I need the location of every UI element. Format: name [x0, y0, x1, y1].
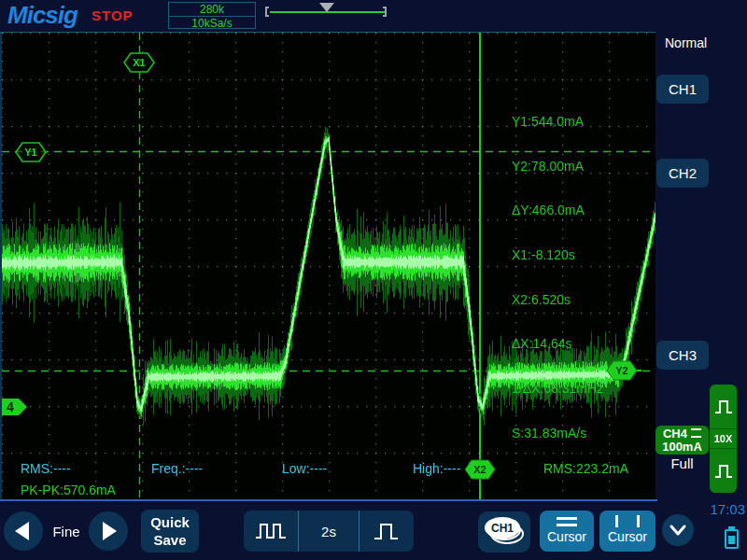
acquisition-mode-label: Normal [665, 35, 707, 50]
readout-x1: X1:-8.120s [512, 248, 603, 263]
readout-inv-dx: 1/ΔX:68.31mHz [512, 382, 603, 397]
meas-rms: RMS:---- [21, 461, 71, 476]
svg-text:4: 4 [7, 399, 14, 414]
ch3-button[interactable]: CH3 [656, 341, 709, 370]
memory-position-handle[interactable] [319, 3, 334, 12]
cursor-y1-marker[interactable]: Y1 [14, 141, 48, 163]
svg-text:X1: X1 [133, 57, 145, 68]
brand-logo: Micsig [7, 1, 78, 30]
scope-display-area[interactable]: Y1:544.0mA Y2:78.00mA ΔY:466.0mA X1:-8.1… [2, 33, 655, 499]
ch4-button[interactable]: CH4 100mA [655, 426, 709, 455]
right-arrow-icon [103, 522, 117, 540]
pulse-top-icon [710, 385, 737, 428]
cursor-x2-marker[interactable]: X2 [463, 458, 497, 481]
trigger-source-label: CH1 [485, 517, 520, 539]
readout-dx: ΔX:14.64s [512, 337, 603, 352]
sample-depth: 280k [169, 3, 255, 17]
ch4-label-row: CH4 [663, 427, 701, 441]
sample-info-box[interactable]: 280k 10kSa/s [168, 2, 256, 29]
dc-coupling-icon [691, 428, 701, 438]
readout-y2: Y2:78.00mA [512, 160, 603, 175]
collapse-menu-button[interactable] [662, 514, 694, 546]
zoom-in-timebase-button[interactable] [359, 511, 414, 552]
meas-freq: Freq.:---- [151, 461, 203, 476]
ch2-button[interactable]: CH2 [656, 159, 709, 188]
pulse-bottom-icon [710, 449, 737, 493]
fine-decrease-button[interactable] [4, 511, 43, 551]
trigger-source-button[interactable]: CH1 [478, 511, 530, 553]
timebase-control: 2s [244, 511, 414, 552]
meas-high: High:---- [413, 461, 460, 476]
cursor-y2-marker[interactable]: Y2 [605, 359, 642, 382]
channel4-ground-marker[interactable]: 4 [2, 398, 28, 416]
battery-icon [725, 526, 739, 551]
fine-label: Fine [47, 524, 86, 539]
svg-text:Y2: Y2 [615, 365, 627, 376]
single-pulse-icon [373, 519, 401, 543]
cursor-readout: Y1:544.0mA Y2:78.00mA ΔY:466.0mA X1:-8.1… [512, 85, 603, 471]
chevron-down-icon [664, 516, 692, 544]
ch4-bandwidth-label: Full [655, 455, 709, 471]
readout-dy: ΔY:466.0mA [512, 203, 603, 218]
ch1-button[interactable]: CH1 [656, 75, 709, 104]
left-arrow-icon [15, 522, 29, 540]
clock: 17:03 [704, 501, 745, 517]
meas-pk-pk: PK-PK:570.6mA [21, 483, 116, 497]
readout-slope: S:31.83mA/s [512, 427, 603, 441]
vertical-cursor-button[interactable]: Cursor [599, 511, 655, 552]
sample-rate: 10kSa/s [169, 17, 255, 30]
meas-low: Low:---- [282, 461, 327, 476]
ch4-scale: 100mA [662, 441, 702, 454]
zoom-out-timebase-button[interactable] [244, 511, 298, 552]
run-stop-status[interactable]: STOP [92, 7, 134, 23]
pulse-train-icon [254, 519, 288, 543]
probe-attenuation: 10X [710, 428, 737, 449]
readout-y1: Y1:544.0mA [512, 115, 603, 130]
oscilloscope-screen: Micsig STOP 280k 10kSa/s Y1:544.0mA Y2:7… [0, 0, 747, 560]
cursor-x1-marker[interactable]: X1 [122, 51, 156, 74]
timebase-value[interactable]: 2s [299, 511, 359, 552]
fine-increase-button[interactable] [89, 511, 128, 551]
quick-save-button[interactable]: Quick Save [141, 510, 199, 553]
horizontal-cursor-button[interactable]: Cursor [540, 511, 594, 552]
meas-ch4-rms: RMS:223.2mA [543, 461, 628, 476]
svg-text:Y1: Y1 [24, 147, 36, 158]
memory-bar-right-bracket [383, 7, 387, 17]
vertical-cursor-icon [615, 515, 640, 527]
svg-text:X2: X2 [473, 464, 486, 475]
probe-button[interactable]: 10X [710, 385, 737, 493]
scope-bottom-separator [0, 499, 657, 501]
horizontal-cursor-icon [557, 517, 577, 526]
memory-bar-left-bracket [265, 7, 269, 17]
readout-x2: X2:6.520s [512, 293, 603, 308]
